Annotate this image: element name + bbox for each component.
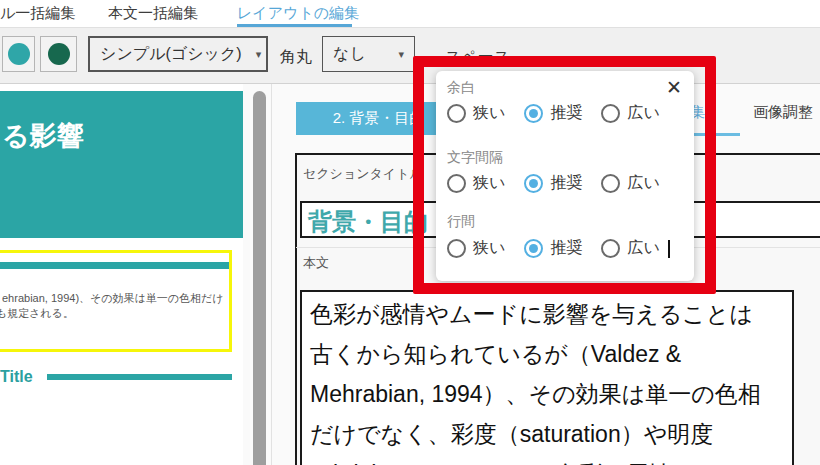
tab-color-batch-edit[interactable]: ル一括編集 bbox=[0, 4, 75, 23]
body-text-line: 古くから知られているが（Valdez & bbox=[310, 334, 784, 374]
panel-divider bbox=[271, 84, 272, 465]
body-field-label: 本文 bbox=[303, 254, 329, 272]
body-textarea[interactable]: 色彩が感情やムードに影響を与えることは 古くから知られているが（Valdez &… bbox=[300, 290, 794, 465]
tab-layout-edit[interactable]: レイアウトの編集 bbox=[237, 4, 359, 23]
slide-section-rule bbox=[0, 262, 229, 269]
active-tab-underline bbox=[237, 24, 352, 27]
color-swatch-green-button[interactable] bbox=[40, 36, 77, 72]
corner-radius-value: なし bbox=[333, 44, 366, 65]
corner-radius-label: 角丸 bbox=[280, 47, 312, 68]
teal-circle-icon bbox=[8, 43, 30, 65]
slide-title-rule bbox=[47, 374, 232, 380]
section-title-field-label: セクションタイトル bbox=[303, 165, 423, 183]
template-style-value: シンプル(ゴシック) bbox=[100, 44, 242, 65]
body-text-line: 色彩が感情やムードに影響を与えることは bbox=[310, 294, 784, 334]
body-text-line: だけでなく、彩度（saturation）や明度 bbox=[310, 414, 784, 454]
slide-title-text: る影響 bbox=[2, 118, 84, 154]
vertical-scrollbar-thumb[interactable] bbox=[253, 91, 266, 465]
slide-preview-panel[interactable]: る影響 ehrabian, 1994)、その効果は単一の色相だけ も規定される。… bbox=[0, 84, 243, 465]
slide-body-text-line: ehrabian, 1994)、その効果は単一の色相だけ bbox=[2, 291, 224, 306]
slide-title-placeholder: Title bbox=[0, 368, 33, 386]
top-tab-bar: ル一括編集 本文一括編集 レイアウトの編集 bbox=[0, 0, 820, 28]
tab-image-adjust[interactable]: 画像調整 bbox=[753, 103, 813, 122]
dark-green-circle-icon bbox=[48, 43, 70, 65]
body-text-line: Mehrabian, 1994）、その効果は単一の色相 bbox=[310, 374, 784, 414]
tab-body-batch-edit[interactable]: 本文一括編集 bbox=[108, 4, 198, 23]
template-style-dropdown[interactable]: シンプル(ゴシック) ▾ bbox=[88, 36, 268, 72]
chevron-down-icon: ▾ bbox=[384, 48, 404, 61]
color-swatch-teal-button[interactable] bbox=[2, 36, 35, 72]
chevron-down-icon: ▾ bbox=[242, 48, 262, 61]
slide-selected-element[interactable]: ehrabian, 1994)、その効果は単一の色相だけ も規定される。 bbox=[0, 250, 232, 352]
slide-body-text-line: も規定される。 bbox=[0, 306, 74, 321]
corner-radius-dropdown[interactable]: なし ▾ bbox=[322, 36, 415, 72]
annotation-red-box bbox=[413, 56, 716, 294]
slide-title-block[interactable]: る影響 bbox=[0, 91, 243, 238]
body-text-line: （brightness）といった色彩の属性によって bbox=[310, 454, 784, 465]
